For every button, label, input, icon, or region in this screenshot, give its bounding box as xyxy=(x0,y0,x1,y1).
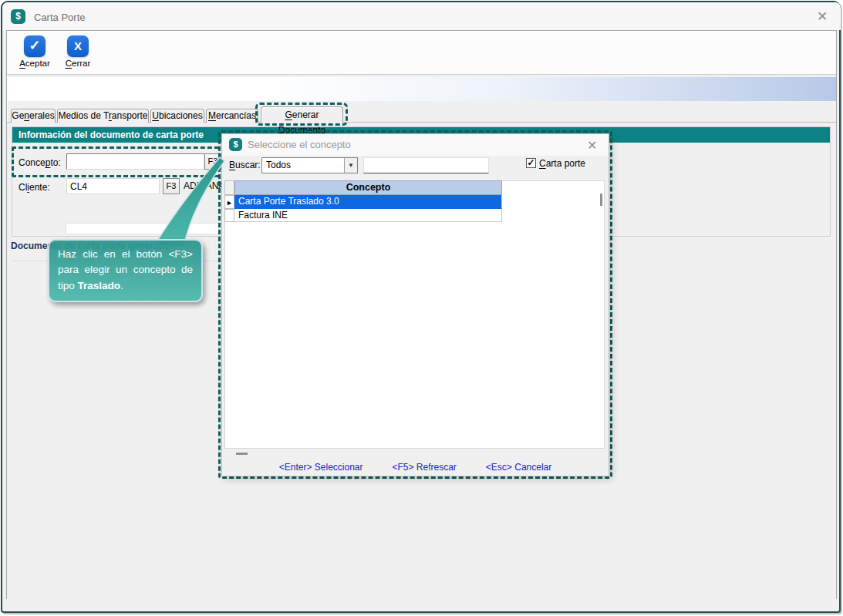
esc-cancelar-link[interactable]: <Esc> Cancelar xyxy=(486,462,551,473)
tab-generales[interactable]: Generales xyxy=(11,109,56,123)
window-close-icon[interactable]: ✕ xyxy=(817,10,828,23)
dialog-titlebar: $ Seleccione el concepto ✕ xyxy=(222,134,609,156)
main-toolbar: ✓ Aceptar X Cerrar xyxy=(7,31,836,75)
horizontal-scrollbar-thumb[interactable] xyxy=(236,453,248,455)
main-titlebar: $ Carta Porte ✕ xyxy=(2,2,841,30)
grid-row[interactable]: Factura INE xyxy=(234,209,502,222)
tab-medios-de-transporte[interactable]: Medios de Transporte xyxy=(57,109,149,123)
header-gradient-band xyxy=(7,77,836,101)
check-icon: ✓ xyxy=(24,35,46,57)
window-title: Carta Porte xyxy=(34,10,85,25)
cliente-label: Cliente: xyxy=(19,182,50,193)
tab-ubicaciones[interactable]: Ubicaciones xyxy=(150,109,204,123)
dialog-footer: <Enter> Seleccionar <F5> Refrescar <Esc>… xyxy=(222,458,609,476)
document-field-strip[interactable] xyxy=(66,223,219,234)
help-tooltip: Haz clic en el botón <F3> para elegir un… xyxy=(48,239,203,302)
dialog-close-icon[interactable]: ✕ xyxy=(587,139,597,152)
buscar-search-input[interactable] xyxy=(363,157,489,173)
f5-refrescar-link[interactable]: <F5> Refrescar xyxy=(392,462,456,473)
carta-porte-checkbox-label[interactable]: Carta porte xyxy=(539,158,585,169)
aceptar-label: Aceptar xyxy=(12,59,57,68)
dialog-app-icon: $ xyxy=(229,138,242,151)
cerrar-button[interactable]: X Cerrar xyxy=(56,35,100,72)
x-icon: X xyxy=(67,35,89,57)
enter-seleccionar-link[interactable]: <Enter> Seleccionar xyxy=(279,462,363,473)
cerrar-label: Cerrar xyxy=(56,59,100,68)
aceptar-button[interactable]: ✓ Aceptar xyxy=(12,35,57,72)
buscar-dropdown-value: Todos xyxy=(266,158,291,173)
carta-porte-checkbox[interactable]: ✓ xyxy=(526,158,536,168)
dialog-title: Seleccione el concepto xyxy=(248,134,351,156)
vertical-scrollbar-thumb[interactable] xyxy=(600,194,602,206)
grid-selector-header xyxy=(224,180,234,195)
app-icon: $ xyxy=(11,9,25,24)
tab-annotation-dashed-box xyxy=(255,103,348,126)
cliente-f3-button[interactable]: F3 xyxy=(163,178,180,194)
cliente-input[interactable] xyxy=(66,178,160,194)
buscar-dropdown[interactable]: Todos ▼ xyxy=(261,157,358,173)
buscar-label: Buscar: xyxy=(229,160,261,170)
concepto-annotation-dashed-box xyxy=(12,146,226,177)
checkbox-check-icon: ✓ xyxy=(527,157,534,168)
seleccione-concepto-dialog: $ Seleccione el concepto ✕ Buscar: Todos… xyxy=(221,133,609,476)
row-arrow-icon: ► xyxy=(226,199,233,207)
row-selector-arrow: ► xyxy=(224,195,234,209)
row-selector xyxy=(224,209,234,222)
grid-row-selected[interactable]: Carta Porte Traslado 3.0 xyxy=(234,195,502,209)
chevron-down-icon[interactable]: ▼ xyxy=(344,158,357,173)
grid-column-header[interactable]: Concepto xyxy=(234,180,502,195)
tab-mercancias[interactable]: Mercancías xyxy=(206,109,258,123)
